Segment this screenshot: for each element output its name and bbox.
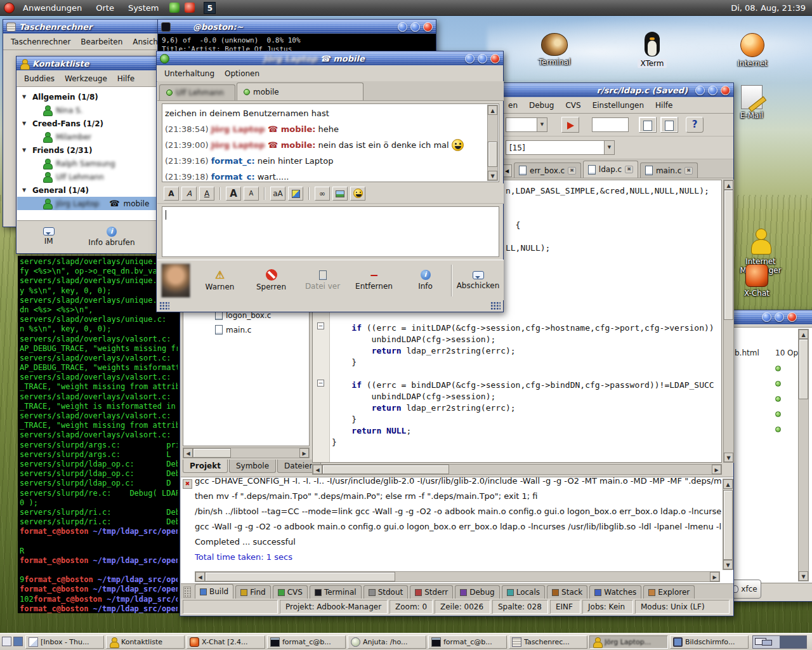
maximize-button[interactable] bbox=[708, 86, 717, 95]
scroll-right-icon[interactable]: ▶ bbox=[712, 465, 721, 474]
dock-tab-build[interactable]: Build bbox=[195, 584, 233, 599]
help-icon[interactable]: ? bbox=[686, 117, 704, 133]
workspace-pager[interactable] bbox=[752, 635, 807, 649]
panel-applet-icon-2[interactable] bbox=[185, 3, 195, 13]
scrollbar-thumb[interactable] bbox=[322, 465, 449, 474]
send-button[interactable]: Abschicken bbox=[452, 262, 504, 299]
insert-smiley-icon[interactable] bbox=[350, 187, 365, 201]
tree-item-main[interactable]: main.c bbox=[215, 325, 251, 335]
chat-vscrollbar[interactable]: ▲ ▼ bbox=[487, 105, 498, 181]
menu-werkzeuge[interactable]: Werkzeuge bbox=[60, 72, 112, 86]
conversation-tab-mobile[interactable]: mobile bbox=[237, 83, 363, 100]
workspace-2[interactable] bbox=[780, 636, 806, 648]
message-hscrollbar[interactable]: ◀ ▶ bbox=[195, 571, 720, 582]
scrollbar-track[interactable] bbox=[205, 572, 710, 581]
scrollbar-thumb[interactable] bbox=[723, 490, 733, 560]
scroll-down-icon[interactable]: ▼ bbox=[724, 453, 733, 462]
scroll-up-icon[interactable]: ▲ bbox=[724, 180, 733, 190]
side-scrollbar[interactable]: ▲ ▼ bbox=[798, 329, 809, 581]
send-file-button[interactable]: Datei ver bbox=[297, 262, 348, 299]
screenshot-tool-badge[interactable]: 5 bbox=[204, 2, 216, 14]
menu-taschenrechner[interactable]: Taschenrechner bbox=[6, 35, 75, 49]
menu-debug[interactable]: Debug bbox=[523, 98, 560, 112]
tab-close-icon[interactable]: ✖ bbox=[568, 167, 576, 175]
taskbar-button-terminal-2[interactable]: format_c@b... bbox=[428, 635, 507, 649]
info-button[interactable]: iInfo bbox=[400, 262, 451, 299]
scroll-down-icon[interactable]: ▼ bbox=[488, 171, 497, 180]
scroll-down-icon[interactable]: ▼ bbox=[723, 560, 733, 569]
menu-bearbeiten[interactable]: Bearbeiten bbox=[75, 35, 128, 49]
tab-ldap-c[interactable]: ldap.c✖ bbox=[583, 161, 638, 178]
maximize-button[interactable] bbox=[478, 54, 487, 63]
scrollbar-thumb[interactable] bbox=[205, 572, 395, 581]
desktop-icon-xchat[interactable]: X-Chat bbox=[736, 264, 778, 298]
insert-link-icon[interactable]: ∞ bbox=[315, 187, 330, 201]
distro-logo-icon[interactable] bbox=[4, 3, 15, 13]
menu-cvs[interactable]: CVS bbox=[560, 98, 586, 112]
menu-fragment[interactable]: en bbox=[502, 98, 523, 112]
dock-tab-stdout[interactable]: Stdout bbox=[363, 585, 409, 599]
maximize-button[interactable] bbox=[775, 312, 784, 322]
resize-grip[interactable] bbox=[490, 302, 501, 310]
underline-icon[interactable]: A bbox=[199, 187, 214, 201]
tag-combo[interactable]: [15]▼ bbox=[506, 140, 615, 155]
dock-grip[interactable] bbox=[183, 587, 191, 598]
scrollbar-track[interactable] bbox=[193, 448, 299, 458]
menu-optionen[interactable]: Optionen bbox=[219, 67, 265, 81]
resize-grip[interactable] bbox=[159, 302, 169, 310]
symbol-combo[interactable]: ▼ bbox=[506, 117, 547, 132]
tree-hscrollbar[interactable]: ◀ ▶ bbox=[183, 448, 310, 458]
taskbar-button-kontaktliste[interactable]: Kontaktliste bbox=[106, 635, 185, 649]
close-button[interactable] bbox=[787, 312, 797, 322]
desktop-icon-email[interactable]: E-Mail bbox=[731, 85, 773, 120]
get-info-button[interactable]: iInfo abrufen bbox=[80, 221, 143, 252]
message-input[interactable] bbox=[162, 206, 499, 257]
desktop-icon-internet[interactable]: Internet bbox=[730, 33, 775, 68]
block-button[interactable]: Sperren bbox=[246, 262, 297, 299]
menu-unterhaltung[interactable]: Unterhaltung bbox=[159, 67, 219, 81]
tab-err-box-c[interactable]: err_box.c✖ bbox=[514, 162, 581, 178]
dock-tab-debug[interactable]: Debug bbox=[455, 585, 499, 599]
taskbar-button-anjuta[interactable]: Anjuta: /ho... bbox=[348, 635, 426, 649]
scroll-left-icon[interactable]: ◀ bbox=[195, 572, 205, 581]
open-file-button[interactable] bbox=[660, 117, 678, 133]
tab-projekt[interactable]: Projekt bbox=[183, 460, 228, 473]
fold-marker-icon[interactable]: − bbox=[317, 380, 324, 387]
minimize-button[interactable] bbox=[695, 86, 705, 95]
warn-button[interactable]: ⚠Warnen bbox=[194, 262, 246, 299]
italic-icon[interactable]: A bbox=[181, 187, 197, 201]
build-output[interactable]: gcc -DHAVE_CONFIG_H -I. -I. -I.. -I/usr/… bbox=[195, 474, 721, 570]
tab-close-icon[interactable]: ✖ bbox=[684, 167, 693, 175]
scrollbar-thumb[interactable] bbox=[799, 339, 808, 399]
menu-hilfe[interactable]: Hilfe bbox=[112, 72, 140, 86]
font-smaller-icon[interactable]: A bbox=[244, 187, 259, 201]
close-button[interactable] bbox=[490, 54, 500, 63]
tab-main-c[interactable]: main.c✖ bbox=[640, 162, 698, 178]
expander-icon[interactable]: ▼ bbox=[22, 147, 29, 153]
editor-vscrollbar[interactable]: ▲ ▼ bbox=[723, 180, 734, 463]
taskbar-button-screenshot[interactable]: Bildschirmfo... bbox=[670, 635, 749, 649]
font-face-icon[interactable]: aA bbox=[270, 187, 285, 201]
message-vscrollbar[interactable]: ▲ ▼ bbox=[723, 479, 733, 570]
desktop-icon-xterm[interactable]: XTerm bbox=[629, 32, 675, 68]
scroll-right-icon[interactable]: ▶ bbox=[299, 448, 309, 458]
tab-close-icon[interactable]: ✖ bbox=[625, 166, 633, 173]
scrollbar-track[interactable] bbox=[723, 489, 733, 560]
expander-icon[interactable]: ▼ bbox=[22, 187, 29, 193]
taskbar-button-conversation[interactable]: Jörg Laptop... bbox=[589, 635, 668, 649]
font-color-icon[interactable] bbox=[288, 187, 303, 201]
minimize-button[interactable] bbox=[465, 54, 475, 63]
taskbar-launcher-icon-1[interactable] bbox=[2, 637, 11, 646]
panel-applet-icon-1[interactable] bbox=[169, 3, 180, 13]
tab-symbole[interactable]: Symbole bbox=[229, 460, 276, 473]
taskbar-button-terminal-1[interactable]: format_c@b... bbox=[267, 635, 346, 649]
minimize-button[interactable] bbox=[762, 312, 771, 322]
close-pane-icon[interactable]: ✖ bbox=[183, 479, 192, 489]
taskbar-button-inbox[interactable]: [Inbox - Thu... bbox=[25, 635, 104, 649]
chevron-down-icon[interactable]: ▼ bbox=[604, 141, 614, 154]
workspace-1[interactable] bbox=[753, 636, 780, 648]
fold-marker-icon[interactable]: − bbox=[317, 322, 324, 329]
expander-icon[interactable]: ▼ bbox=[22, 94, 29, 100]
scroll-right-icon[interactable]: ▶ bbox=[710, 572, 719, 581]
scrollbar-track[interactable] bbox=[724, 190, 733, 453]
